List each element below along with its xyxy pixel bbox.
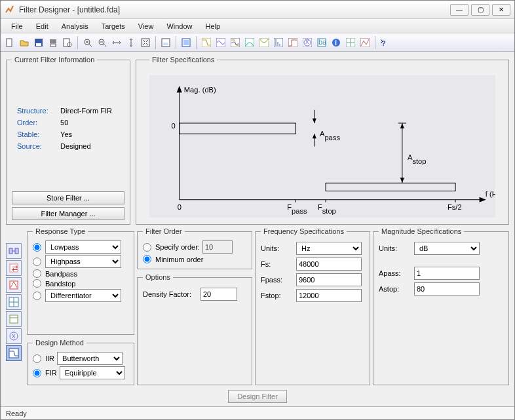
svg-text:x: x (12, 332, 16, 339)
filter-spec-editor-icon[interactable] (159, 36, 172, 49)
zoom-out-icon[interactable] (96, 36, 109, 49)
zoom-x-icon[interactable] (110, 36, 123, 49)
svg-rect-73 (9, 349, 18, 358)
save-icon[interactable] (32, 36, 45, 49)
select-lowpass[interactable]: Lowpass (45, 240, 121, 254)
titlebar: Filter Designer - [untitled.fda] — ▢ ✕ (1, 1, 514, 19)
zoom-y-icon[interactable] (124, 36, 138, 49)
filter-info-icon[interactable]: i (330, 36, 343, 49)
radio-fir[interactable] (33, 369, 41, 377)
phase-response-icon[interactable] (214, 36, 227, 49)
print-icon[interactable] (47, 36, 60, 49)
sidebar-multirate-icon[interactable] (6, 294, 22, 310)
svg-marker-40 (177, 86, 182, 92)
full-view-icon[interactable] (180, 36, 193, 49)
radio-lowpass[interactable] (33, 243, 41, 252)
design-method-group: Design Method IIR Butterworth FIR Equiri… (27, 339, 134, 385)
options-legend: Options (143, 273, 173, 281)
group-delay-icon[interactable] (243, 36, 256, 49)
select-mag-units[interactable]: dB (414, 242, 480, 255)
impulse-response-icon[interactable] (272, 36, 285, 49)
menu-window[interactable]: Window (160, 20, 199, 32)
svg-rect-4 (50, 44, 56, 47)
svg-rect-16 (163, 43, 168, 45)
help-icon[interactable]: ? (379, 36, 392, 49)
filter-visualize-icon[interactable] (344, 36, 357, 49)
phase-delay-icon[interactable] (258, 36, 271, 49)
new-file-icon[interactable] (3, 36, 16, 49)
radio-diff[interactable] (33, 292, 41, 300)
filter-spec-diagram: Mag. (dB) f (Hz) 0 0 Fpass Fstop (149, 75, 495, 218)
sidebar-import-icon[interactable] (6, 311, 22, 327)
x-tick-fs2: Fs/2 (448, 203, 462, 211)
design-method-legend: Design Method (33, 339, 86, 347)
filter-order-legend: Filter Order (143, 227, 185, 235)
radio-bandstop[interactable] (33, 279, 41, 288)
order-label: Order: (14, 117, 56, 128)
source-label: Source: (14, 141, 56, 151)
input-fs[interactable] (296, 258, 362, 271)
radio-iir[interactable] (33, 354, 41, 363)
open-file-icon[interactable] (18, 36, 31, 49)
radio-bandpass[interactable] (33, 269, 41, 278)
input-density[interactable] (200, 288, 237, 301)
select-fir[interactable]: Equiripple (60, 366, 125, 379)
sidebar-design-filter-icon[interactable] (6, 345, 22, 361)
svg-rect-19 (202, 38, 211, 47)
response-type-group: Response Type Lowpass Highpass Bandpass … (27, 227, 134, 335)
svg-marker-42 (480, 197, 486, 202)
menu-file[interactable]: File (5, 20, 29, 32)
step-response-icon[interactable] (286, 36, 299, 49)
menu-targets[interactable]: Targets (95, 20, 132, 32)
input-astop[interactable] (414, 282, 480, 296)
window-title: Filter Designer - [untitled.fda] (19, 5, 448, 14)
mag-phase-icon[interactable] (229, 36, 242, 49)
sidebar-xform-icon[interactable] (6, 277, 22, 293)
toolbar-separator (77, 36, 78, 49)
stable-label: Stable: (14, 129, 56, 140)
select-diff[interactable]: Differentiator (45, 289, 121, 302)
print-preview-icon[interactable] (61, 36, 74, 49)
maximize-button[interactable]: ▢ (471, 4, 489, 16)
fpass-label: Fpass: (261, 276, 292, 284)
status-bar: Ready (1, 406, 514, 419)
y-axis-label: Mag. (dB) (184, 86, 216, 94)
filter-analysis-icon[interactable] (358, 36, 372, 49)
magnitude-response-icon[interactable] (200, 36, 213, 49)
toolbar-separator (196, 36, 197, 49)
radio-min-order[interactable] (143, 255, 151, 263)
radio-specify-order[interactable] (143, 243, 151, 252)
filter-order-group: Filter Order Specify order: Minimum orde… (137, 227, 252, 269)
select-freq-units[interactable]: Hz (296, 242, 362, 255)
x-axis-label: f (Hz) (486, 190, 495, 198)
minimize-button[interactable]: — (450, 4, 468, 16)
radio-highpass[interactable] (33, 258, 41, 266)
zoom-full-icon[interactable] (139, 36, 152, 49)
input-fstop[interactable] (296, 289, 362, 302)
menu-edit[interactable]: Edit (29, 20, 55, 32)
sidebar-quantize-icon[interactable]: ⇄ (6, 260, 22, 276)
select-highpass[interactable]: Highpass (45, 255, 121, 268)
svg-rect-24 (274, 38, 283, 47)
label-specify-order: Specify order: (155, 243, 200, 251)
structure-value: Direct-Form FIR (58, 105, 123, 116)
design-filter-button[interactable]: Design Filter (228, 390, 287, 403)
close-button[interactable]: ✕ (492, 4, 510, 16)
input-apass[interactable] (414, 267, 480, 280)
select-iir[interactable]: Butterworth (57, 352, 123, 365)
pole-zero-icon[interactable]: x (301, 36, 314, 49)
menu-view[interactable]: View (132, 20, 161, 32)
toolbar-separator (155, 36, 156, 49)
menu-analysis[interactable]: Analysis (55, 20, 95, 32)
filter-coeffs-icon[interactable]: ba (315, 36, 328, 49)
menu-help[interactable]: Help (199, 20, 227, 32)
sidebar-pz-editor-icon[interactable]: x (6, 328, 22, 344)
options-group: Options Density Factor: (137, 273, 252, 385)
response-type-legend: Response Type (33, 227, 88, 235)
svg-marker-53 (313, 134, 316, 138)
input-fpass[interactable] (296, 273, 362, 286)
zoom-in-icon[interactable] (81, 36, 94, 49)
sidebar-realize-icon[interactable] (6, 243, 22, 259)
store-filter-button[interactable]: Store Filter ... (12, 191, 124, 204)
filter-manager-button[interactable]: Filter Manager ... (12, 207, 124, 220)
